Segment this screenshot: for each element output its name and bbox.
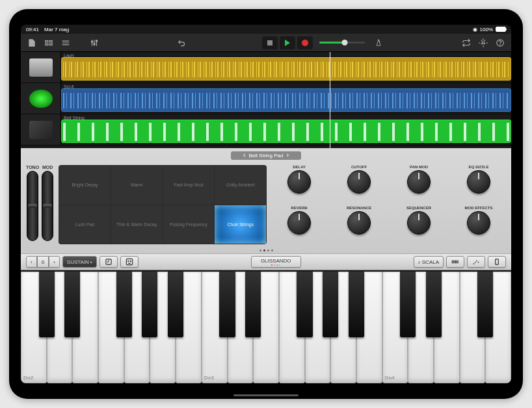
octave-label: Do2 xyxy=(23,375,33,381)
black-key[interactable] xyxy=(400,272,416,337)
octave-up-button[interactable]: › xyxy=(49,256,60,268)
pitch-wheel-label: TONO xyxy=(26,165,39,170)
loop-button[interactable] xyxy=(459,36,473,49)
track-header[interactable] xyxy=(21,83,61,114)
keyboard-size-button[interactable] xyxy=(488,256,506,268)
mod-wheel[interactable] xyxy=(42,171,53,241)
wifi-icon: ◉ xyxy=(473,27,477,32)
master-volume-slider[interactable] xyxy=(319,42,365,44)
black-key[interactable] xyxy=(477,272,493,337)
mixer-button[interactable] xyxy=(87,36,101,49)
track-row[interactable]: Bell String xyxy=(21,114,511,146)
black-key[interactable] xyxy=(297,272,312,337)
svg-rect-23 xyxy=(454,261,455,264)
svg-rect-26 xyxy=(458,261,459,264)
sound-pad[interactable]: Pulsing Frequency xyxy=(163,205,215,244)
knob-mod-effects[interactable] xyxy=(467,211,490,235)
browser-button[interactable] xyxy=(42,36,56,49)
octave-label: Do4 xyxy=(385,375,395,381)
audio-clip[interactable] xyxy=(61,57,511,81)
sound-pad[interactable]: Gritty Ambient xyxy=(215,166,266,205)
black-key[interactable] xyxy=(245,272,261,337)
black-key[interactable] xyxy=(426,272,442,337)
knob-label: RESONANCE xyxy=(347,206,371,210)
black-key[interactable] xyxy=(349,272,364,337)
track-row[interactable]: Sci-fi xyxy=(21,83,511,114)
track-header[interactable] xyxy=(21,52,61,83)
glissando-button[interactable]: GLISSANDO xyxy=(251,256,301,268)
knob-area: DELAYCUTOFFPAN MODEQ SIZZLEREVERBRESONAN… xyxy=(272,165,506,244)
knob-cutoff[interactable] xyxy=(347,170,371,194)
sound-pad[interactable]: Thin & Warm Decay xyxy=(111,205,163,244)
black-key[interactable] xyxy=(323,272,338,337)
stop-button[interactable] xyxy=(262,36,278,49)
sound-pad[interactable]: Lush Pad xyxy=(59,205,111,244)
svg-rect-17 xyxy=(106,259,111,264)
audio-clip[interactable] xyxy=(61,88,511,112)
svg-point-28 xyxy=(475,262,476,263)
svg-point-16 xyxy=(500,44,501,45)
sound-pad[interactable]: Bright Decay xyxy=(59,166,111,205)
black-key[interactable] xyxy=(64,272,80,337)
svg-rect-31 xyxy=(496,259,499,264)
preset-selector[interactable]: Bell String Pad xyxy=(231,151,302,160)
track-row[interactable]: Lauh xyxy=(21,52,511,83)
face-control-button[interactable] xyxy=(120,256,139,268)
knob-label: CUTOFF xyxy=(351,165,367,169)
svg-point-20 xyxy=(130,261,131,261)
metronome-button[interactable] xyxy=(371,36,386,49)
black-key[interactable] xyxy=(219,272,235,337)
pitch-wheel[interactable] xyxy=(27,171,38,241)
svg-point-11 xyxy=(94,43,95,44)
playhead[interactable] xyxy=(330,52,330,148)
sound-pad-grid: Bright DecayWarmFast Amp ModGritty Ambie… xyxy=(59,165,267,244)
octave-down-button[interactable]: ‹ xyxy=(26,256,37,268)
knob-pan-mod[interactable] xyxy=(407,170,431,194)
svg-rect-21 xyxy=(452,261,453,264)
scale-button[interactable]: ♪ SCALA xyxy=(414,256,444,268)
svg-point-19 xyxy=(128,261,129,261)
sound-pad[interactable]: Warm xyxy=(111,166,163,205)
record-button[interactable] xyxy=(297,36,313,49)
undo-button[interactable] xyxy=(175,36,189,49)
help-button[interactable] xyxy=(493,36,507,49)
sound-pad[interactable]: Choir Strings xyxy=(215,205,266,244)
settings-button[interactable] xyxy=(476,36,490,49)
status-date: Mar 7 mag xyxy=(44,27,69,32)
my-songs-button[interactable] xyxy=(25,36,39,49)
page-dots[interactable] xyxy=(21,247,511,253)
midi-clip[interactable] xyxy=(61,120,511,143)
black-key[interactable] xyxy=(116,272,132,337)
drum-machine-icon xyxy=(29,58,53,77)
octave-controls: ‹ 0 › xyxy=(26,256,60,268)
svg-point-14 xyxy=(482,42,485,44)
svg-point-12 xyxy=(96,40,97,41)
keyboard-icon xyxy=(29,121,53,139)
keyboard-layout-button[interactable] xyxy=(446,256,464,268)
tracks-area: Lauh Sci-fi Bell String xyxy=(21,52,511,148)
sustain-button[interactable]: SUSTAIN ▪ xyxy=(62,256,97,268)
knob-label: PAN MOD xyxy=(410,165,428,169)
knob-sequencer[interactable] xyxy=(407,211,431,235)
arpeggiator-button[interactable] xyxy=(467,256,485,268)
tracks-view-button[interactable] xyxy=(59,36,73,49)
octave-display: 0 xyxy=(37,256,49,268)
velocity-button[interactable] xyxy=(100,256,118,268)
knob-delay[interactable] xyxy=(287,170,311,194)
play-button[interactable] xyxy=(280,36,295,49)
sound-pad[interactable]: Fast Amp Mod xyxy=(163,166,215,205)
knob-resonance[interactable] xyxy=(347,211,371,235)
knob-eq-sizzle[interactable] xyxy=(467,170,490,194)
knob-label: EQ SIZZLE xyxy=(469,165,489,169)
svg-rect-2 xyxy=(49,40,52,42)
svg-rect-3 xyxy=(49,44,52,45)
black-key[interactable] xyxy=(39,272,55,337)
black-key[interactable] xyxy=(142,272,157,337)
knob-reverb[interactable] xyxy=(287,211,311,235)
black-key[interactable] xyxy=(168,272,183,337)
knob-label: SEQUENCER xyxy=(406,206,431,210)
transport-controls xyxy=(262,36,313,49)
instrument-panel: Bell String Pad TONO MOD Bright DecayWar… xyxy=(21,148,511,383)
knob-label: DELAY xyxy=(293,165,306,169)
track-header[interactable] xyxy=(21,114,61,145)
